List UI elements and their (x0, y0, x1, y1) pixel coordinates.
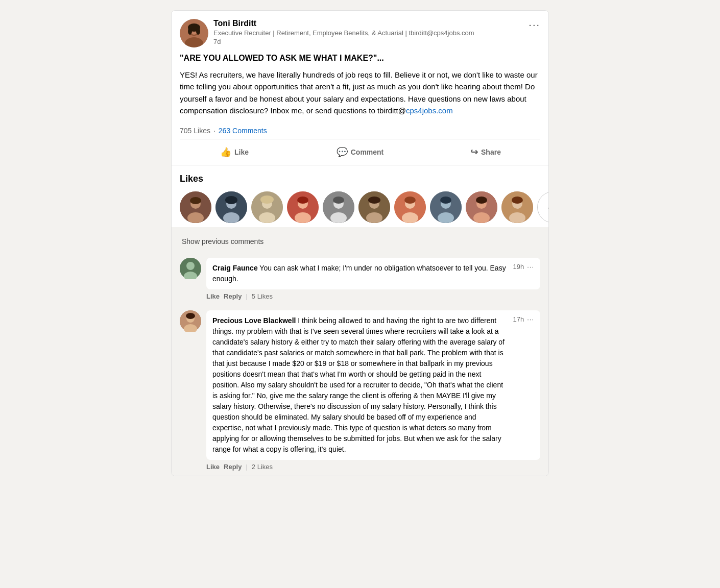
comment-reply-button-craig[interactable]: Reply (224, 292, 242, 300)
svg-point-33 (402, 212, 418, 223)
svg-point-5 (188, 28, 192, 35)
comment-sep-precious: | (246, 463, 247, 471)
comment-meta-precious: Precious Love Blackwell I think being al… (212, 315, 534, 455)
comment-time-craig: 19h (513, 263, 524, 271)
svg-point-17 (259, 212, 275, 223)
comment-content-precious: Precious Love Blackwell I think being al… (206, 310, 540, 471)
comment-body-craig: Craig Faunce You can ask what I make; I'… (206, 258, 540, 289)
like-avatar-8[interactable] (430, 191, 462, 223)
svg-point-10 (190, 197, 201, 204)
likes-section: Likes (172, 165, 548, 227)
comment-text-precious: Precious Love Blackwell I think being al… (212, 315, 508, 455)
like-avatar-5[interactable] (323, 191, 354, 223)
likes-title: Likes (180, 174, 540, 184)
like-avatar-3[interactable] (251, 191, 283, 223)
like-button[interactable]: 👍 Like (172, 141, 297, 163)
stats-dot: · (213, 127, 215, 135)
comment-content-craig: Craig Faunce You can ask what I make; I'… (206, 258, 540, 300)
svg-point-42 (476, 197, 487, 204)
svg-point-37 (438, 212, 454, 223)
comment-precious: Precious Love Blackwell I think being al… (172, 305, 548, 476)
author-name: Toni Birditt (213, 19, 540, 28)
svg-point-38 (440, 197, 451, 204)
like-avatar-9[interactable] (466, 191, 497, 223)
comment-timestamp-craig: 19h ··· (513, 263, 534, 271)
comment-author-craig: Craig Faunce (212, 264, 258, 272)
svg-point-9 (187, 212, 204, 223)
likes-count: 705 Likes (180, 127, 210, 135)
comment-author-precious: Precious Love Blackwell (212, 316, 296, 325)
like-avatar-2[interactable] (215, 191, 247, 223)
svg-point-53 (186, 313, 195, 319)
comment-timestamp-precious: 17h ··· (513, 315, 534, 323)
comment-likes-count-craig: 5 Likes (252, 292, 273, 300)
show-previous-comments-button[interactable]: Show previous comments (172, 233, 548, 253)
post-body-text-1: YES! As recruiters, we have literally hu… (180, 70, 538, 115)
like-avatar-6[interactable] (358, 191, 390, 223)
post-headline: "ARE YOU ALLOWED TO ASK ME WHAT I MAKE?"… (180, 54, 540, 63)
like-avatar-10[interactable] (501, 191, 533, 223)
svg-point-21 (295, 212, 311, 223)
comment-more-craig[interactable]: ··· (527, 263, 534, 271)
svg-point-29 (366, 212, 382, 223)
comment-actions-precious: Like Reply | 2 Likes (206, 463, 540, 471)
comment-button[interactable]: 💬 Comment (297, 141, 423, 163)
svg-point-25 (330, 212, 347, 223)
like-avatar-more-button[interactable]: ··· (537, 191, 549, 223)
likes-avatars: ··· (180, 191, 540, 223)
action-bar: 👍 Like 💬 Comment ↪ Share (172, 139, 548, 165)
comment-like-button-craig[interactable]: Like (206, 292, 220, 300)
svg-point-14 (225, 196, 237, 204)
author-avatar-image (180, 19, 208, 47)
post-content: "ARE YOU ALLOWED TO ASK ME WHAT I MAKE?"… (172, 47, 548, 122)
comment-label: Comment (351, 148, 384, 156)
comment-avatar-precious[interactable] (180, 310, 201, 332)
svg-point-13 (223, 212, 239, 223)
author-info: Toni Birditt Executive Recruiter | Retir… (213, 19, 540, 45)
post-header: Toni Birditt Executive Recruiter | Retir… (172, 11, 548, 47)
author-title: Executive Recruiter | Retirement, Employ… (213, 29, 540, 37)
svg-point-45 (509, 212, 525, 223)
post-more-options-button[interactable]: ··· (529, 19, 540, 31)
svg-point-22 (297, 197, 308, 204)
post-email-link[interactable]: cps4jobs.com (406, 106, 453, 115)
svg-point-34 (404, 197, 416, 204)
comment-reply-button-precious[interactable]: Reply (224, 463, 242, 471)
comment-likes-count-precious: 2 Likes (252, 463, 273, 471)
author-avatar-container (180, 19, 208, 47)
comment-text-content-precious: I think being allowed to and having the … (212, 316, 505, 453)
comment-more-precious[interactable]: ··· (527, 315, 534, 323)
comment-actions-craig: Like Reply | 5 Likes (206, 292, 540, 300)
post-card: Toni Birditt Executive Recruiter | Retir… (171, 10, 549, 476)
svg-point-30 (368, 197, 380, 204)
svg-point-18 (260, 195, 274, 204)
comment-body-precious: Precious Love Blackwell I think being al… (206, 310, 540, 460)
like-label: Like (234, 148, 249, 156)
comment-avatar-craig[interactable] (180, 258, 201, 279)
like-avatar-1[interactable] (180, 191, 211, 223)
share-button[interactable]: ↪ Share (423, 141, 548, 163)
post-stats: 705 Likes · 263 Comments (172, 122, 548, 139)
comments-link[interactable]: 263 Comments (219, 127, 267, 135)
comment-time-precious: 17h (513, 315, 524, 323)
like-icon: 👍 (220, 146, 231, 158)
like-avatar-7[interactable] (394, 191, 426, 223)
comments-section: Show previous comments Craig Faunce You … (172, 227, 548, 476)
comment-sep-craig: | (246, 292, 247, 300)
comment-text-craig: Craig Faunce You can ask what I make; I'… (212, 263, 508, 284)
svg-point-41 (473, 212, 490, 223)
post-body: YES! As recruiters, we have literally hu… (180, 69, 540, 116)
comment-icon: 💬 (337, 146, 348, 158)
svg-point-48 (186, 262, 195, 270)
author-avatar (180, 19, 208, 47)
comment-craig: Craig Faunce You can ask what I make; I'… (172, 253, 548, 305)
share-label: Share (481, 148, 501, 156)
comment-like-button-precious[interactable]: Like (206, 463, 220, 471)
svg-point-6 (196, 28, 200, 35)
share-icon: ↪ (470, 146, 478, 158)
like-avatar-4[interactable] (287, 191, 319, 223)
comment-meta-craig: Craig Faunce You can ask what I make; I'… (212, 263, 534, 284)
post-time: 7d (213, 38, 540, 45)
svg-point-26 (333, 197, 344, 204)
svg-point-46 (512, 197, 523, 204)
